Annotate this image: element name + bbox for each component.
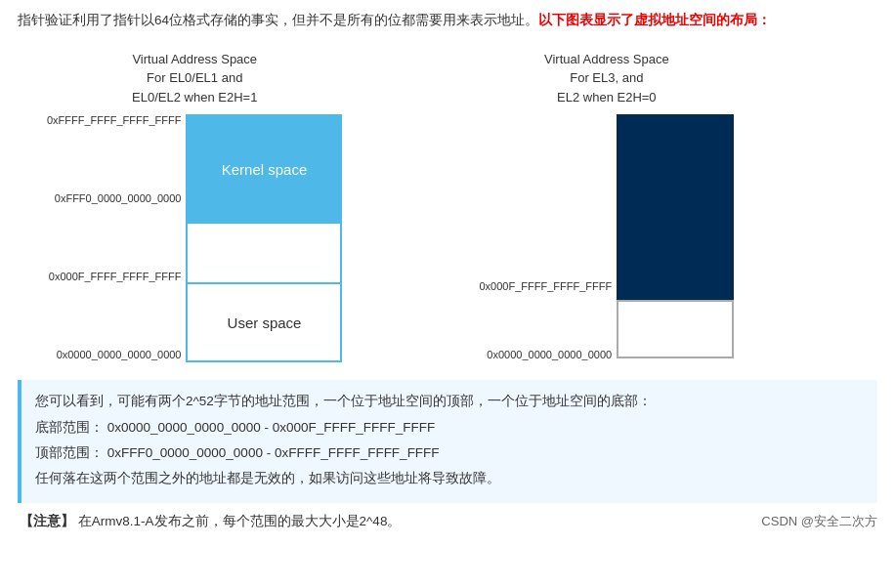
left-addr-labels: 0xFFFF_FFFF_FFFF_FFFF 0xFFF0_0000_0000_0…: [47, 114, 181, 360]
right-diagram-title: Virtual Address Space For EL3, and EL2 w…: [544, 50, 669, 107]
right-diagram-body: 0x000F_FFFF_FFFF_FFFF 0x0000_0000_0000_0…: [479, 114, 734, 360]
right-diagram: Virtual Address Space For EL3, and EL2 w…: [479, 50, 734, 361]
diagrams-row: Virtual Address Space For EL0/EL1 and EL…: [18, 50, 877, 363]
addr-bottom: 0x0000_0000_0000_0000: [47, 349, 181, 360]
right-addr-bottom: 0x0000_0000_0000_0000: [479, 349, 612, 360]
addr-mid-upper: 0xFFF0_0000_0000_0000: [47, 192, 181, 204]
gap-block: [188, 224, 340, 282]
csdn-label: CSDN @安全二次方: [761, 513, 877, 530]
note-body: 在Armv8.1-A发布之前，每个范围的最大大小是2^48。: [78, 514, 402, 528]
info-intro: 您可以看到，可能有两个2^52字节的地址范围，一个位于地址空间的顶部，一个位于地…: [35, 390, 864, 413]
addr-top: 0xFFFF_FFFF_FFFF_FFFF: [47, 114, 181, 126]
note-section: 【注意】 在Armv8.1-A发布之前，每个范围的最大大小是2^48。 CSDN…: [18, 513, 877, 530]
intro-highlight: 以下图表显示了虚拟地址空间的布局：: [538, 13, 771, 27]
intro-before-highlight: 指针验证利用了指针以64位格式存储的事实，但并不是所有的位都需要用来表示地址。: [18, 13, 538, 27]
right-top-block: [617, 114, 734, 300]
top-range-label: 顶部范围：: [35, 445, 104, 460]
right-addr-mid: 0x000F_FFFF_FFFF_FFFF: [479, 280, 612, 292]
bottom-range-line: 底部范围： 0x0000_0000_0000_0000 - 0x000F_FFF…: [35, 416, 864, 440]
left-diagram-title: Virtual Address Space For EL0/EL1 and EL…: [132, 50, 257, 107]
left-diagram-body: 0xFFFF_FFFF_FFFF_FFFF 0xFFF0_0000_0000_0…: [47, 114, 342, 362]
right-bottom-block: [617, 300, 734, 358]
top-range-value: 0xFFF0_0000_0000_0000 - 0xFFFF_FFFF_FFFF…: [107, 445, 440, 460]
top-range-line: 顶部范围： 0xFFF0_0000_0000_0000 - 0xFFFF_FFF…: [35, 441, 864, 465]
right-vas-box: [617, 114, 734, 358]
bottom-range-label: 底部范围：: [35, 420, 104, 435]
main-container: 指针验证利用了指针以64位格式存储的事实，但并不是所有的位都需要用来表示地址。以…: [0, 0, 895, 540]
info-section: 您可以看到，可能有两个2^52字节的地址范围，一个位于地址空间的顶部，一个位于地…: [18, 380, 877, 502]
intro-text: 指针验证利用了指针以64位格式存储的事实，但并不是所有的位都需要用来表示地址。以…: [18, 10, 877, 32]
note-text: 【注意】 在Armv8.1-A发布之前，每个范围的最大大小是2^48。: [20, 513, 401, 530]
note-prefix: 【注意】: [20, 514, 74, 528]
right-addr-labels: 0x000F_FFFF_FFFF_FFFF 0x0000_0000_0000_0…: [479, 114, 612, 360]
kernel-block: Kernel space: [188, 116, 340, 224]
bottom-range-value: 0x0000_0000_0000_0000 - 0x000F_FFFF_FFFF…: [107, 420, 435, 435]
user-block: User space: [188, 282, 340, 360]
invalid-note: 任何落在这两个范围之外的地址都是无效的，如果访问这些地址将导致故障。: [35, 467, 864, 490]
left-diagram: Virtual Address Space For EL0/EL1 and EL…: [47, 50, 342, 363]
left-vas-box: Kernel space User space: [186, 114, 342, 362]
addr-mid-lower: 0x000F_FFFF_FFFF_FFFF: [47, 271, 181, 282]
